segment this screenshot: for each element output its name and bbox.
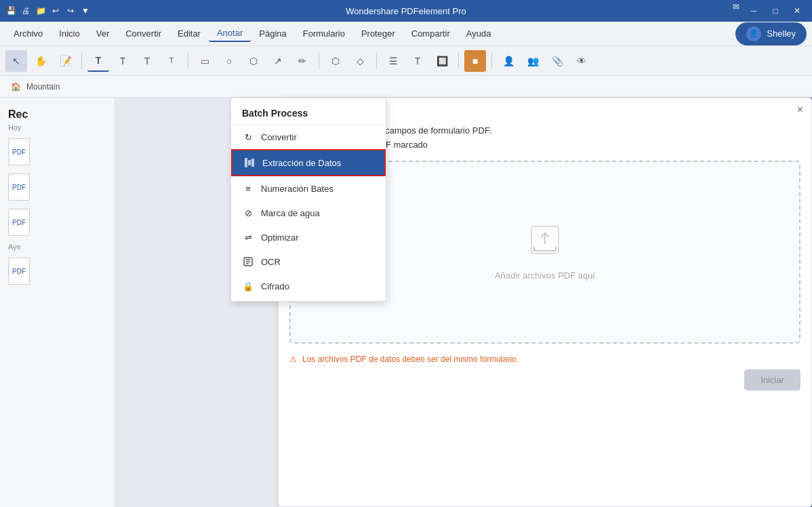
- marca-icon: ⊘: [242, 207, 254, 219]
- user-button[interactable]: 👤 Shelley: [735, 22, 807, 45]
- user-avatar: 👤: [746, 26, 761, 41]
- menu-convertir[interactable]: Convertir: [117, 26, 169, 41]
- upload-placeholder: Añadir archivos PDF aquí: [495, 270, 595, 281]
- person-tool[interactable]: 👤: [498, 50, 519, 72]
- menu-anotar[interactable]: Anotar: [209, 25, 251, 42]
- pencil-tool[interactable]: ✏: [291, 50, 313, 72]
- toolbar: ↖ ✋ 📝 T T T T ▭ ○ ⬡ ↗ ✏ ⬡ ◇ ☰ T 🔲 ■ 👤 👥 …: [0, 46, 812, 76]
- cifrado-icon: 🔒: [242, 280, 254, 292]
- menubar: Archivo Inicio Ver Convertir Editar Anot…: [0, 22, 812, 46]
- menu-pagina[interactable]: Página: [251, 26, 294, 41]
- dialog-close-button[interactable]: ×: [797, 104, 803, 116]
- sidebar-doc-2[interactable]: PDF: [0, 169, 115, 205]
- menu-ver[interactable]: Ver: [88, 26, 118, 41]
- person2-tool[interactable]: 👥: [522, 50, 544, 72]
- eraser-tool[interactable]: ⬡: [325, 50, 346, 72]
- titlebar-app-icons: 💾 🖨 📁 ↩ ↪ ▼: [5, 5, 91, 16]
- convertir-icon: ↻: [242, 131, 254, 143]
- menu-compartir[interactable]: Compartir: [403, 26, 458, 41]
- text-format-1[interactable]: T: [87, 50, 109, 72]
- sidebar-doc-4[interactable]: PDF: [0, 254, 115, 289]
- numeracion-label: Numeración Bates: [261, 184, 333, 194]
- doc-thumb-4: PDF: [8, 258, 30, 285]
- titlebar: 💾 🖨 📁 ↩ ↪ ▼ Wondershare PDFelement Pro ✉…: [0, 0, 812, 22]
- marca-label: Marca de agua: [261, 208, 320, 218]
- hand-tool[interactable]: ✋: [30, 50, 52, 72]
- text-format-4[interactable]: T: [161, 50, 182, 72]
- rect-tool[interactable]: ▭: [194, 50, 216, 72]
- convertir-label: Convertir: [261, 132, 297, 142]
- content-area: Batch Process ↻ Convertir Extracción de …: [115, 98, 812, 507]
- sidebar-today-label: Hoy: [8, 123, 106, 131]
- cifrado-label: Cifrado: [261, 281, 289, 291]
- menu-formulario[interactable]: Formulario: [295, 26, 353, 41]
- maximize-button[interactable]: □: [766, 1, 785, 20]
- optimizar-label: Optimizar: [261, 232, 299, 243]
- minimize-button[interactable]: ─: [744, 1, 763, 20]
- extraccion-icon: [243, 157, 256, 169]
- doc-thumb-2: PDF: [8, 174, 30, 201]
- text-format-2[interactable]: T: [112, 50, 134, 72]
- optimizar-icon: ⇌: [242, 231, 254, 243]
- text-format-3[interactable]: T: [136, 50, 158, 72]
- save-icon[interactable]: 💾: [5, 5, 16, 16]
- sidebar-doc-1[interactable]: PDF: [0, 134, 115, 169]
- menu-proteger[interactable]: Proteger: [353, 26, 403, 41]
- menu-item-optimizar[interactable]: ⇌ Optimizar: [231, 225, 386, 249]
- breadcrumb-label: Mountain: [26, 82, 60, 92]
- toolbar-separator-4: [376, 53, 377, 69]
- sidebar: Rec Hoy PDF PDF PDF Aye PDF: [0, 98, 115, 507]
- arrow-tool[interactable]: ↗: [267, 50, 289, 72]
- menu-inicio[interactable]: Inicio: [51, 26, 87, 41]
- textbox-tool[interactable]: T: [407, 50, 428, 72]
- menu-item-extraccion[interactable]: Extracción de Datos: [231, 149, 386, 176]
- svg-rect-1: [248, 160, 251, 165]
- app-title: Wondershare PDFelement Pro: [346, 6, 466, 16]
- highlight-tool[interactable]: ◇: [349, 50, 371, 72]
- menu-ayuda[interactable]: Ayuda: [458, 26, 500, 41]
- paperclip-tool[interactable]: 📎: [546, 50, 568, 72]
- menu-item-convertir[interactable]: ↻ Convertir: [231, 125, 386, 149]
- toolbar-separator-5: [458, 53, 459, 69]
- mail-icon[interactable]: ✉: [731, 1, 742, 12]
- warning-bar: ⚠ Los archivos PDF de datos deben ser de…: [289, 354, 800, 364]
- titlebar-left: 💾 🖨 📁 ↩ ↪ ▼: [5, 5, 91, 16]
- eye-tool[interactable]: 👁: [571, 50, 592, 72]
- menu-item-marca[interactable]: ⊘ Marca de agua: [231, 201, 386, 225]
- batch-process-menu: Batch Process ↻ Convertir Extracción de …: [230, 98, 386, 302]
- toolbar-separator-3: [319, 53, 319, 69]
- warning-icon: ⚠: [289, 354, 297, 364]
- menu-archivo[interactable]: Archivo: [5, 26, 51, 41]
- toolbar-separator-2: [188, 53, 188, 69]
- select-tool[interactable]: ↖: [5, 50, 27, 72]
- menu-editar[interactable]: Editar: [169, 26, 209, 41]
- close-button[interactable]: ✕: [788, 1, 807, 20]
- svg-rect-0: [245, 158, 247, 167]
- folder-icon[interactable]: 📁: [35, 5, 46, 16]
- menu-item-numeracion[interactable]: ≡ Numeración Bates: [231, 176, 386, 201]
- redo-icon[interactable]: ↪: [65, 5, 76, 16]
- print-icon[interactable]: 🖨: [20, 5, 31, 16]
- user-name: Shelley: [767, 28, 796, 39]
- start-button[interactable]: Iniciar: [744, 369, 800, 390]
- oval-tool[interactable]: ○: [218, 50, 240, 72]
- menu-item-ocr[interactable]: OCR: [231, 249, 386, 274]
- sidebar-doc-3[interactable]: PDF: [0, 205, 115, 240]
- ocr-label: OCR: [261, 257, 281, 267]
- doc-thumb-1: PDF: [8, 138, 30, 165]
- sidebar-section-recent: Rec Hoy: [0, 103, 115, 134]
- shape-tool[interactable]: ⬡: [243, 50, 264, 72]
- doc-thumb-3: PDF: [8, 209, 30, 236]
- content-title: Rec: [8, 108, 106, 121]
- svg-rect-2: [251, 159, 254, 167]
- undo-icon[interactable]: ↩: [50, 5, 61, 16]
- list-tool[interactable]: ☰: [382, 50, 404, 72]
- color-tool[interactable]: ■: [464, 50, 486, 72]
- textbox2-tool[interactable]: 🔲: [431, 50, 453, 72]
- warning-text: Los archivos PDF de datos deben ser del …: [302, 354, 519, 364]
- toolbar-separator-1: [81, 53, 82, 69]
- menu-item-cifrado[interactable]: 🔒 Cifrado: [231, 274, 386, 298]
- text-tool[interactable]: 📝: [54, 50, 76, 72]
- dropdown-icon[interactable]: ▼: [80, 5, 91, 16]
- home-icon[interactable]: 🏠: [11, 82, 21, 92]
